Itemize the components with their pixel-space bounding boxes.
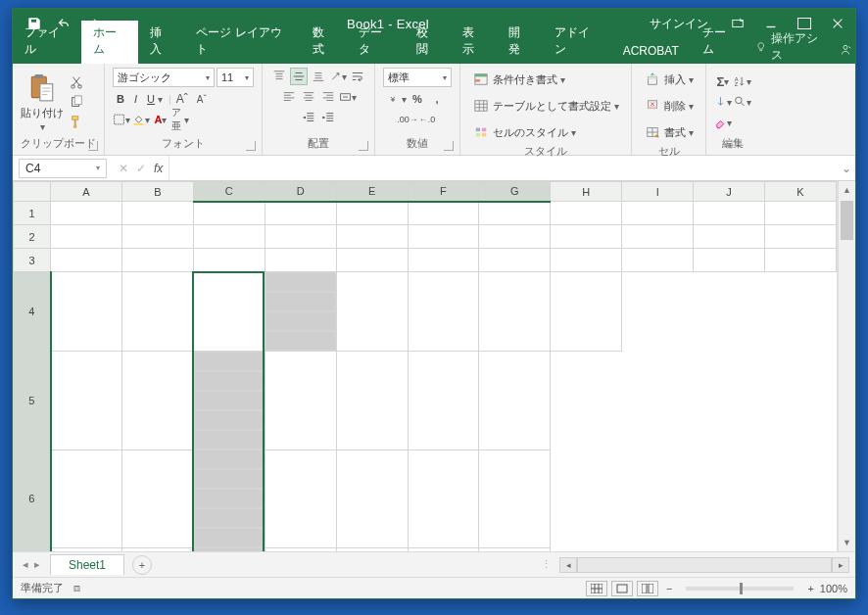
expand-formula-icon[interactable]: ⌄ [838, 162, 855, 175]
cell[interactable] [551, 225, 622, 249]
paste-label[interactable]: 貼り付け [21, 106, 64, 120]
cell[interactable] [336, 225, 408, 249]
zoom-slider[interactable] [686, 587, 794, 591]
cell[interactable] [479, 249, 551, 272]
border-icon[interactable]: ▾ [113, 111, 130, 128]
col-header[interactable]: C [193, 182, 265, 202]
cell[interactable] [265, 311, 336, 331]
macro-record-icon[interactable]: ⧈ [73, 582, 80, 594]
bold-button[interactable]: B [113, 90, 128, 108]
cell[interactable] [694, 202, 765, 225]
hscroll-track[interactable] [577, 557, 832, 573]
cell[interactable] [479, 202, 551, 225]
cell[interactable] [193, 202, 265, 225]
cell[interactable] [51, 449, 122, 547]
col-header[interactable]: B [121, 182, 193, 202]
cell[interactable] [193, 249, 265, 272]
comma-icon[interactable]: , [428, 90, 446, 108]
shrink-font-icon[interactable]: Aˇ [193, 90, 211, 108]
dialog-launcher-icon[interactable] [359, 141, 368, 151]
dialog-launcher-icon[interactable] [88, 141, 98, 151]
cancel-formula-icon[interactable]: ✕ [119, 162, 128, 175]
cell[interactable] [336, 249, 408, 272]
cell-styles-button[interactable]: セルのスタイル ▾ [468, 120, 580, 144]
increase-decimal-icon[interactable]: .00→ [399, 111, 416, 128]
cell[interactable] [265, 249, 336, 272]
cell[interactable] [193, 225, 265, 249]
cell[interactable] [408, 449, 479, 547]
cell[interactable] [551, 249, 622, 272]
merge-icon[interactable]: ▾ [339, 88, 357, 106]
cell[interactable] [479, 272, 551, 352]
cell[interactable] [336, 352, 408, 450]
align-left-icon[interactable] [280, 88, 298, 106]
tab-addins[interactable]: アドイン [543, 21, 611, 64]
cell[interactable] [336, 449, 408, 547]
hscroll-right-icon[interactable]: ▸ [832, 557, 849, 573]
cell[interactable] [121, 352, 193, 450]
tab-file[interactable]: ファイル [13, 21, 81, 64]
italic-button[interactable]: I [130, 90, 141, 108]
cell[interactable] [765, 225, 837, 249]
cell[interactable] [265, 292, 336, 311]
name-box[interactable]: C4▾ [19, 159, 107, 178]
orientation-icon[interactable]: ▾ [329, 68, 347, 85]
cell[interactable] [265, 352, 336, 450]
cell[interactable] [408, 352, 479, 450]
align-middle-icon[interactable] [290, 68, 308, 85]
cell[interactable] [694, 225, 765, 249]
dialog-launcher-icon[interactable] [444, 141, 454, 151]
row-header[interactable]: 2 [14, 225, 51, 249]
fill-icon[interactable]: ▾ [714, 93, 732, 111]
sort-filter-icon[interactable]: AZ▾ [734, 72, 751, 90]
paste-icon[interactable] [27, 71, 57, 105]
insert-cells-button[interactable]: 挿入 ▾ [640, 68, 698, 91]
cell[interactable] [479, 449, 551, 547]
tab-insert[interactable]: 挿入 [138, 21, 184, 64]
cell[interactable] [51, 225, 122, 249]
cell[interactable] [51, 352, 122, 450]
cell[interactable] [622, 249, 694, 272]
cell[interactable] [51, 547, 122, 551]
cell[interactable] [194, 410, 265, 430]
cell[interactable] [194, 430, 265, 449]
zoom-in-icon[interactable]: + [807, 583, 813, 594]
cell[interactable] [121, 249, 193, 272]
row-header[interactable]: 3 [14, 249, 51, 272]
select-all-corner[interactable] [14, 182, 51, 202]
decrease-decimal-icon[interactable]: ←.0 [418, 111, 436, 128]
cell[interactable] [265, 202, 336, 225]
zoom-out-icon[interactable]: − [666, 583, 672, 594]
cell[interactable] [408, 249, 479, 272]
cell[interactable] [51, 202, 122, 225]
cell[interactable] [194, 352, 265, 371]
sheet-tab[interactable]: Sheet1 [50, 554, 124, 575]
col-header[interactable]: D [265, 182, 336, 202]
cell[interactable] [765, 249, 837, 272]
cell[interactable] [265, 225, 336, 249]
font-size-select[interactable]: 11▾ [217, 68, 254, 87]
add-sheet-icon[interactable]: + [132, 555, 152, 575]
row-header[interactable]: 6 [14, 449, 51, 547]
cut-icon[interactable] [68, 73, 85, 91]
view-normal-icon[interactable] [586, 581, 607, 596]
tab-review[interactable]: 校閲 [405, 21, 451, 64]
tellme[interactable]: 操作アシス [747, 30, 835, 64]
cell[interactable] [408, 547, 479, 551]
col-header[interactable]: J [694, 182, 765, 202]
cell[interactable] [265, 272, 336, 292]
find-select-icon[interactable]: ▾ [734, 93, 751, 111]
cell[interactable] [336, 547, 408, 551]
col-header[interactable]: H [551, 182, 622, 202]
wrap-text-icon[interactable] [349, 68, 366, 85]
cell[interactable] [551, 272, 622, 352]
cell[interactable] [265, 547, 336, 551]
scroll-thumb[interactable] [841, 201, 853, 240]
format-cells-button[interactable]: 書式 ▾ [640, 120, 698, 144]
copy-icon[interactable] [68, 93, 85, 111]
format-table-button[interactable]: テーブルとして書式設定 ▾ [468, 94, 623, 118]
row-header[interactable]: 7 [14, 547, 51, 551]
cell[interactable] [194, 528, 265, 547]
clear-icon[interactable]: ▾ [714, 114, 732, 131]
font-color-icon[interactable]: A▾ [152, 111, 169, 128]
